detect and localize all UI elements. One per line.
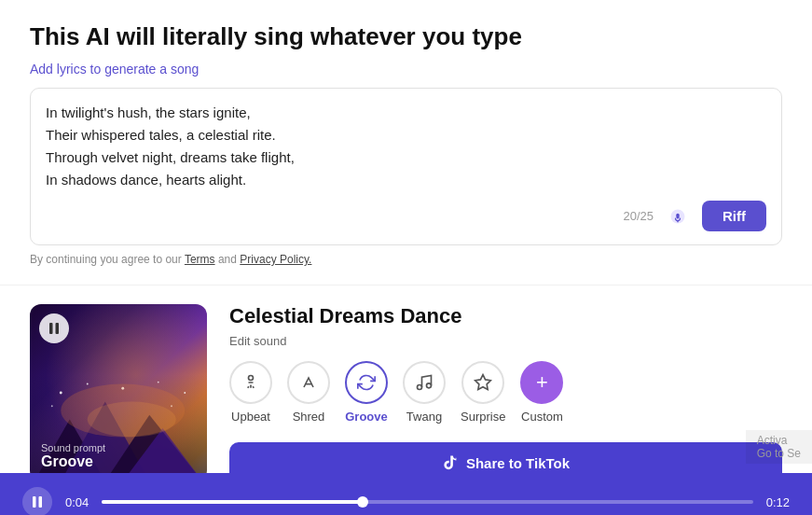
- svg-point-19: [427, 383, 432, 388]
- sound-option-groove[interactable]: Groove: [345, 361, 388, 424]
- upbeat-label: Upbeat: [231, 410, 270, 424]
- svg-point-17: [249, 376, 254, 381]
- svg-marker-20: [475, 375, 491, 390]
- player-current-time: 0:04: [65, 495, 89, 509]
- player-pause-icon: [32, 495, 43, 508]
- custom-icon-circle: +: [520, 361, 563, 404]
- shred-icon-circle: [287, 361, 330, 404]
- sound-option-upbeat[interactable]: Upbeat: [229, 361, 272, 424]
- sound-prompt-label: Sound prompt: [41, 442, 105, 453]
- custom-label: Custom: [521, 410, 563, 424]
- player-end-time: 0:12: [766, 495, 790, 509]
- tiktok-icon: [442, 454, 459, 471]
- section-divider: [0, 285, 812, 285]
- privacy-link[interactable]: Privacy Policy.: [240, 253, 311, 266]
- svg-point-7: [87, 383, 89, 385]
- share-tiktok-label: Share to TikTok: [466, 455, 570, 471]
- svg-rect-15: [49, 323, 53, 334]
- lyrics-text: In twilight's hush, the stars ignite, Th…: [46, 102, 766, 191]
- player-pause-button[interactable]: [22, 487, 52, 515]
- sound-option-surprise[interactable]: Surprise: [461, 361, 505, 424]
- svg-point-9: [158, 382, 159, 383]
- edit-sound-label: Edit sound: [229, 334, 782, 348]
- shred-label: Shred: [293, 410, 325, 424]
- svg-rect-22: [39, 496, 43, 508]
- player-progress-bar[interactable]: [102, 500, 752, 504]
- page-title: This AI will literally sing whatever you…: [30, 22, 782, 51]
- sound-option-twang[interactable]: Twang: [403, 361, 446, 424]
- groove-icon-circle: [345, 361, 388, 404]
- char-count: 20/25: [623, 209, 654, 223]
- svg-rect-16: [56, 323, 60, 334]
- svg-point-6: [60, 392, 62, 395]
- mic-icon: [668, 207, 687, 226]
- add-lyrics-link[interactable]: Add lyrics to generate a song: [30, 62, 199, 77]
- groove-label: Groove: [345, 410, 388, 424]
- player-bar: 0:04 0:12: [0, 473, 812, 515]
- album-play-pause-button[interactable]: [39, 313, 69, 343]
- surprise-label: Surprise: [461, 410, 505, 424]
- sound-prompt-value: Groove: [41, 453, 93, 470]
- riff-button[interactable]: Riff: [702, 201, 766, 231]
- upbeat-icon-circle: [229, 361, 272, 404]
- svg-point-14: [88, 402, 176, 438]
- terms-link[interactable]: Terms: [185, 253, 215, 266]
- pause-icon: [48, 322, 60, 335]
- mic-button[interactable]: [663, 202, 693, 231]
- player-progress-fill: [102, 500, 362, 504]
- album-art: Sound prompt Groove: [30, 304, 207, 481]
- twang-label: Twang: [406, 410, 442, 424]
- svg-rect-21: [33, 496, 36, 508]
- svg-point-11: [51, 405, 53, 407]
- song-title: Celestial Dreams Dance: [229, 304, 782, 328]
- svg-point-18: [418, 385, 422, 390]
- svg-point-10: [184, 392, 186, 394]
- disclaimer: By continuing you agree to our Terms and…: [30, 253, 782, 266]
- custom-plus-icon: +: [536, 372, 548, 393]
- sound-option-shred[interactable]: Shred: [287, 361, 330, 424]
- sound-option-custom[interactable]: + Custom: [520, 361, 563, 424]
- twang-icon-circle: [403, 361, 446, 404]
- lyrics-box: In twilight's hush, the stars ignite, Th…: [30, 88, 782, 245]
- surprise-icon-circle: [461, 361, 504, 404]
- player-progress-thumb: [357, 496, 368, 508]
- activation-watermark: Activa Go to Se: [746, 430, 812, 464]
- sound-options: Upbeat Shred: [229, 361, 782, 424]
